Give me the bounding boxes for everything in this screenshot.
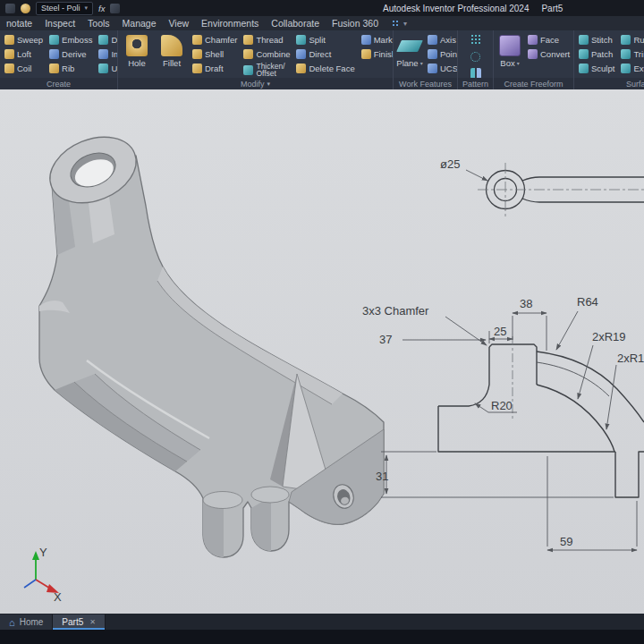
part-model[interactable] [39,125,384,557]
home-tab-label: Home [20,617,44,627]
shell-button[interactable]: Shell [191,47,239,61]
tab-environments[interactable]: Environments [195,16,265,30]
trim-button[interactable]: Trim [619,47,644,61]
tab-view[interactable]: View [163,16,196,30]
dim-diameter-label[interactable]: ø25 [440,157,460,171]
pattern-panel-label[interactable]: Pattern [458,78,493,89]
close-icon[interactable]: ✕ [89,618,96,626]
sculpt-button[interactable]: Sculpt [577,61,616,75]
modify-panel-label[interactable]: Modify ▾ [118,78,393,89]
create-panel-label[interactable]: Create [0,78,117,89]
tab-annotate[interactable]: notate [0,16,38,30]
dim-2xr19-b: 2xR19 [617,352,644,365]
freeform-panel-label[interactable]: Create Freeform [494,78,573,89]
extend-button[interactable]: Extend [619,61,644,75]
coil-label: Coil [17,64,31,73]
rectangular-pattern-button[interactable] [469,32,483,47]
window-title: Autodesk Inventor Professional 2024 Part… [383,0,563,16]
chamfer-label: Chamfer [205,35,237,45]
shell-label: Shell [205,49,224,59]
tab-home[interactable]: ⌂ Home [0,614,53,630]
dimension-lines[interactable] [381,311,637,550]
ribbon-group-pattern: Pattern [458,30,494,89]
coil-button[interactable]: Coil [3,61,45,75]
plane-button[interactable]: Plane▾ [396,32,423,68]
mirror-button[interactable] [469,66,483,78]
finish-button[interactable]: Finish [360,47,393,61]
hole-label: Hole [128,58,146,68]
draft-button[interactable]: Draft [191,61,239,75]
z-axis-arrow[interactable] [24,580,36,588]
box-button[interactable]: Box▾ [496,32,523,68]
drawing-front-view[interactable] [438,336,644,497]
lug-front-top[interactable] [203,492,242,509]
fillet-button[interactable]: Fillet [156,32,188,68]
circular-pattern-icon [470,52,480,62]
import-button[interactable]: Import [97,47,117,61]
axis-button[interactable]: Axis▾ [426,32,457,47]
loft-button[interactable]: Loft [3,47,45,61]
hole-button[interactable]: Hole [121,32,153,68]
rib-label: Rib [62,64,74,73]
fx-icon[interactable]: fx [98,4,105,13]
emboss-button[interactable]: Emboss [47,32,94,47]
decal-button[interactable]: Decal [97,32,117,47]
patch-button[interactable]: Patch [577,47,616,61]
surface-panel-label[interactable]: Surface [574,78,644,89]
x-axis-label: X [54,590,62,604]
import-icon [98,49,108,59]
circular-pattern-button[interactable] [469,49,482,64]
emboss-icon [49,35,59,45]
thread-button[interactable]: Thread [242,32,292,47]
viewport-svg[interactable]: Y X ø25 [0,89,644,614]
loft-label: Loft [17,49,31,59]
dimension-labels[interactable]: 3x3 Chamfer 38 R64 25 2xR19 2xR19 37 R20… [362,295,644,548]
sculpt-icon [579,64,589,73]
sweep-button[interactable]: Sweep [3,32,45,47]
unwrap-button[interactable]: Unwrap [97,61,117,75]
direct-button[interactable]: Direct [294,47,356,61]
drawing-top-view[interactable]: ø25 [440,157,644,216]
app-menu-icon[interactable] [5,4,15,13]
mirror-icon [470,68,481,78]
tab-tools[interactable]: Tools [81,16,116,30]
origin-triad[interactable]: Y X [24,546,62,604]
rib-button[interactable]: Rib [47,61,94,75]
ruled-surface-button[interactable]: Ruled [619,32,644,47]
tab-collaborate[interactable]: Collaborate [265,16,326,30]
combine-button[interactable]: Combine [242,47,292,61]
face-button[interactable]: Face [526,32,572,47]
work-features-panel-label[interactable]: Work Features [394,78,457,89]
mark-button[interactable]: Mark [360,32,393,47]
split-label: Split [309,35,325,45]
dim-chamfer-note: 3x3 Chamfer [362,304,429,318]
material-sphere-icon[interactable] [21,4,30,13]
point-button[interactable]: Point▾ [426,47,457,61]
document-tab-bar: ⌂ Home Part5 ✕ [0,614,644,630]
split-button[interactable]: Split [294,32,356,47]
tab-fusion360[interactable]: Fusion 360 [326,16,385,30]
tab-manage[interactable]: Manage [116,16,163,30]
stitch-button[interactable]: Stitch [577,32,616,47]
extend-icon [621,64,631,73]
delete-face-button[interactable]: Delete Face [294,61,356,75]
patch-icon [579,49,589,59]
appearance-icon[interactable] [110,4,120,13]
tab-inspect[interactable]: Inspect [38,16,81,30]
ribbon-collapse-icon[interactable]: ▾ [403,20,407,28]
dim-59: 59 [560,535,572,548]
lug-rear-top[interactable] [251,487,289,503]
combine-label: Combine [256,49,290,59]
graphics-window[interactable]: Y X ø25 [0,89,644,614]
y-axis-arrow[interactable] [32,551,39,560]
derive-button[interactable]: Derive [47,47,94,61]
thicken-offset-button[interactable]: Thicken/ Offset [242,61,292,78]
tab-part5[interactable]: Part5 ✕ [53,614,106,630]
ucs-button[interactable]: UCS [426,61,457,75]
home-icon: ⌂ [9,618,15,627]
material-dropdown[interactable]: Steel - Poli ▾ [36,2,93,15]
chamfer-button[interactable]: Chamfer [191,32,239,47]
ribbon-appearance-icon[interactable] [392,20,400,28]
convert-button[interactable]: Convert [526,47,572,61]
titlebar: Steel - Poli ▾ fx Autodesk Inventor Prof… [0,0,644,16]
